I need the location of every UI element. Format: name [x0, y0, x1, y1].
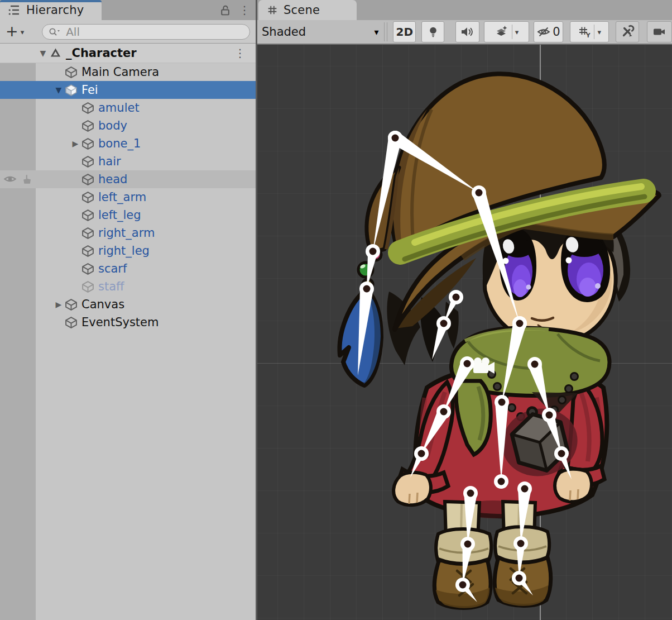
bone-joint-center [516, 575, 523, 582]
hierarchy-item-body[interactable]: body [0, 117, 256, 135]
button-separator [512, 25, 512, 39]
hierarchy-item-label: staff [98, 280, 124, 293]
draw-mode-label: Shaded [262, 25, 374, 39]
visibility-eye-icon[interactable] [3, 173, 17, 186]
effects-toggle-button[interactable]: ▾ [484, 21, 530, 42]
hierarchy-item-label: hair [98, 155, 121, 168]
hierarchy-item-label: body [98, 119, 127, 132]
bone-joint-center [464, 541, 472, 548]
hierarchy-item-left-leg[interactable]: left_leg [0, 206, 256, 224]
bone-joint-center [521, 485, 529, 493]
hierarchy-item-eventsystem[interactable]: EventSystem [0, 313, 256, 331]
hierarchy-toolbar: + ▾ All [0, 20, 256, 44]
2d-toggle-button[interactable]: 2D [393, 21, 416, 42]
gameobject-cube-icon [81, 191, 94, 204]
scene-panel: Scene Shaded ▾ 2D [256, 0, 672, 620]
hierarchy-item-label: Fei [81, 83, 98, 97]
effects-dropdown-icon[interactable]: ▾ [515, 28, 519, 36]
hierarchy-item-label: Canvas [81, 298, 124, 311]
create-dropdown-icon[interactable]: ▾ [21, 28, 25, 36]
bone-joint-center [392, 135, 399, 142]
gameobject-cube-icon [81, 120, 94, 132]
scene-root-menu-icon[interactable]: ⋮ [234, 47, 246, 59]
hierarchy-item-hair[interactable]: hair [0, 152, 256, 170]
hierarchy-item-label: EventSystem [81, 316, 159, 329]
hierarchy-item-label: bone_1 [98, 137, 141, 150]
scene-grid-icon [266, 4, 279, 16]
search-input[interactable]: All [42, 24, 250, 40]
gameobject-cube-icon [81, 137, 94, 150]
hierarchy-item-right-leg[interactable]: right_leg [0, 242, 256, 260]
lock-icon[interactable] [219, 4, 231, 16]
gameobject-cube-icon [81, 155, 94, 168]
gameobject-cube-icon [81, 280, 94, 293]
2d-label: 2D [396, 25, 414, 39]
bone-joint-center [453, 294, 460, 301]
hierarchy-item-fei[interactable]: ▼Fei [0, 81, 256, 99]
hierarchy-item-scarf[interactable]: scarf [0, 260, 256, 278]
tab-scene[interactable]: Scene [258, 0, 357, 20]
create-button[interactable]: + [6, 23, 18, 39]
hierarchy-item-main-camera[interactable]: Main Camera [0, 63, 256, 81]
light-bulb-icon [426, 25, 440, 39]
hierarchy-item-head[interactable]: head [0, 170, 256, 188]
expander-closed-icon[interactable]: ▶ [52, 300, 65, 309]
scene-root-row[interactable]: ▼ _Character ⋮ [0, 44, 256, 63]
hierarchy-item-left-arm[interactable]: left_arm [0, 188, 256, 206]
hierarchy-panel: Hierarchy ⋮ + ▾ All [0, 0, 256, 620]
boots [434, 527, 550, 608]
effects-layers-icon [495, 25, 509, 39]
focused-tab-accent [0, 0, 102, 2]
bone-joint-center [546, 412, 553, 419]
hierarchy-item-staff[interactable]: staff [0, 278, 256, 295]
audio-toggle-button[interactable] [455, 21, 479, 42]
grid-visibility-button[interactable]: Y ▾ [570, 21, 609, 42]
draw-mode-arrow-icon: ▾ [374, 27, 378, 37]
hierarchy-item-canvas[interactable]: ▶Canvas [0, 295, 256, 313]
hierarchy-item-bone-1[interactable]: ▶bone_1 [0, 135, 256, 152]
scene-viewport[interactable] [257, 45, 672, 620]
gameobject-cube-icon [81, 245, 94, 257]
bone-joint-center [467, 490, 474, 497]
hierarchy-menu-icon[interactable]: ⋮ [239, 4, 250, 16]
tab-hierarchy[interactable]: Hierarchy [0, 0, 102, 20]
bone-joint-center [440, 408, 448, 416]
hidden-objects-button[interactable]: 0 [534, 21, 563, 42]
scene-lighting-button[interactable] [421, 21, 444, 42]
gameobject-cube-icon [81, 102, 94, 115]
tool-settings-button[interactable] [616, 21, 640, 42]
scene-tabbar: Scene [257, 0, 672, 20]
expander-open-icon[interactable]: ▼ [52, 85, 65, 94]
bone-joint-center [517, 540, 525, 547]
hierarchy-list-icon [8, 4, 21, 16]
wrench-pencil-icon [620, 25, 635, 39]
bone-joint-center [464, 360, 471, 368]
bone-joint-center [418, 450, 425, 457]
bone-joint-center [459, 581, 467, 589]
bone-joint-center [531, 361, 539, 368]
gameobject-cube-icon [65, 66, 78, 79]
expander-open-icon[interactable]: ▼ [37, 49, 49, 58]
speaker-icon [460, 25, 474, 39]
grid-axis-letter: Y [585, 32, 591, 39]
hierarchy-item-label: right_arm [98, 226, 155, 240]
hierarchy-item-label: amulet [98, 101, 140, 115]
hierarchy-tab-label: Hierarchy [26, 3, 84, 17]
hierarchy-item-amulet[interactable]: amulet [0, 99, 256, 117]
grid-dropdown-icon[interactable]: ▾ [597, 28, 601, 36]
expander-closed-icon[interactable]: ▶ [69, 139, 81, 148]
toolbar-separator [387, 22, 387, 41]
hierarchy-item-right-arm[interactable]: right_arm [0, 224, 256, 242]
bone-joint-center [558, 450, 565, 457]
search-placeholder: All [66, 25, 80, 39]
hierarchy-item-label: head [98, 173, 127, 186]
hierarchy-tree: ▼ _Character ⋮ Main Camera▼Feiamuletbody… [0, 44, 256, 620]
left-eye [500, 229, 536, 301]
bone-joint-center [369, 248, 377, 255]
picking-hand-icon[interactable] [21, 173, 35, 186]
camera-overlay-button[interactable] [647, 21, 672, 42]
hidden-objects-count: 0 [553, 25, 560, 39]
scene-root-label: _Character [66, 46, 137, 60]
draw-mode-dropdown[interactable]: Shaded ▾ [257, 25, 383, 39]
hierarchy-item-label: scarf [98, 262, 127, 275]
